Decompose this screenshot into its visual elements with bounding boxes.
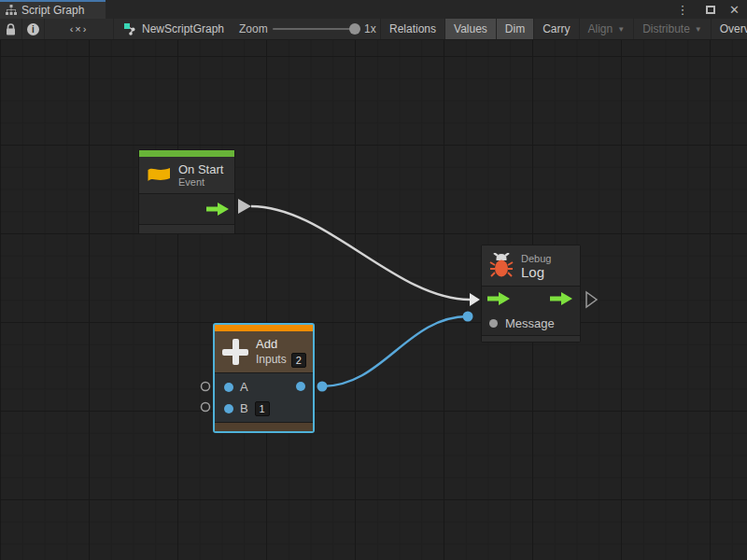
exec-output-port[interactable] <box>206 203 229 216</box>
toolbar-separator <box>113 19 114 39</box>
flag-icon <box>147 166 171 185</box>
zoom-value: 1x <box>364 19 376 39</box>
values-button[interactable]: Values <box>444 19 496 39</box>
script-graph-icon <box>6 5 17 16</box>
maximize-icon[interactable] <box>706 0 715 19</box>
node-category: Debug <box>521 253 551 265</box>
graph-toolbar: i ‹×› NewScriptGraph Zoom 1x Relations V… <box>0 19 747 40</box>
graph-asset-icon <box>124 23 136 35</box>
node-footer <box>139 224 234 233</box>
graph-canvas[interactable]: On Start Event Debug Lo <box>0 40 747 560</box>
event-color-bar <box>139 150 234 157</box>
tab-label: Script Graph <box>21 4 84 17</box>
graph-name: NewScriptGraph <box>142 22 224 35</box>
chevron-down-icon: ▼ <box>695 25 702 34</box>
code-icon: ‹×› <box>70 23 89 35</box>
math-color-bar <box>215 325 313 331</box>
lock-icon <box>6 23 16 35</box>
value-wire[interactable] <box>322 316 468 386</box>
carry-button[interactable]: Carry <box>533 19 578 39</box>
tab-bar: Script Graph ⋮ ✕ <box>0 0 747 19</box>
code-view-button[interactable]: ‹×› <box>45 19 113 39</box>
wires-layer <box>0 40 747 560</box>
tab-script-graph[interactable]: Script Graph <box>0 0 106 19</box>
zoom-label: Zoom <box>239 19 268 39</box>
align-dropdown[interactable]: Align ▼ <box>579 19 634 39</box>
lock-button[interactable] <box>0 19 21 39</box>
message-port-label: Message <box>505 316 555 330</box>
input-port-b[interactable] <box>224 404 233 413</box>
port-ring-a[interactable] <box>202 383 210 391</box>
message-input-port[interactable] <box>489 319 498 328</box>
exec-wire-end-arrow <box>470 293 480 306</box>
overview-button[interactable]: Overview <box>711 19 747 39</box>
node-footer <box>482 335 580 342</box>
exec-output-port[interactable] <box>550 292 572 305</box>
distribute-dropdown[interactable]: Distribute ▼ <box>633 19 711 39</box>
port-b-label: B <box>240 401 248 415</box>
close-icon[interactable]: ✕ <box>729 0 740 19</box>
value-wire-start-dot[interactable] <box>317 382 328 392</box>
value-wire-end-dot[interactable] <box>463 312 473 322</box>
node-add[interactable]: Add Inputs 2 A B 1 <box>215 325 313 431</box>
exec-output-arrow-outline[interactable] <box>586 292 597 307</box>
node-title: Log <box>521 265 551 279</box>
port-b-value-field[interactable]: 1 <box>255 401 270 416</box>
relations-button[interactable]: Relations <box>380 19 444 39</box>
info-icon: i <box>27 23 39 35</box>
node-subtitle: Event <box>178 176 223 189</box>
node-on-start[interactable]: On Start Event <box>138 149 235 234</box>
exec-wire-start-arrow[interactable] <box>238 199 251 214</box>
port-ring-b[interactable] <box>202 403 210 412</box>
chevron-down-icon: ▼ <box>617 25 625 34</box>
inputs-label: Inputs <box>256 353 287 367</box>
window-menu-icon[interactable]: ⋮ <box>676 0 689 19</box>
node-footer <box>215 422 313 431</box>
node-title: Add <box>256 337 306 351</box>
plus-icon <box>222 339 248 365</box>
output-port-sum[interactable] <box>296 382 305 391</box>
inputs-count-field[interactable]: 2 <box>291 353 306 368</box>
dim-button[interactable]: Dim <box>496 19 533 39</box>
exec-wire[interactable] <box>251 206 470 300</box>
node-debug-log[interactable]: Debug Log Message <box>481 245 581 343</box>
node-title: On Start <box>178 162 223 176</box>
info-button[interactable]: i <box>22 19 44 39</box>
bug-icon <box>489 253 514 278</box>
zoom-slider-track[interactable] <box>273 28 359 30</box>
zoom-slider-handle[interactable] <box>349 23 360 35</box>
port-a-label: A <box>240 380 248 394</box>
toolbar-buttons: Relations Values Dim Carry Align ▼ Distr… <box>380 19 747 39</box>
selection-outline: Add Inputs 2 A B 1 <box>213 323 315 433</box>
exec-input-port[interactable] <box>487 292 510 305</box>
graph-name-breadcrumb[interactable]: NewScriptGraph <box>124 19 224 39</box>
input-port-a[interactable] <box>224 383 233 392</box>
